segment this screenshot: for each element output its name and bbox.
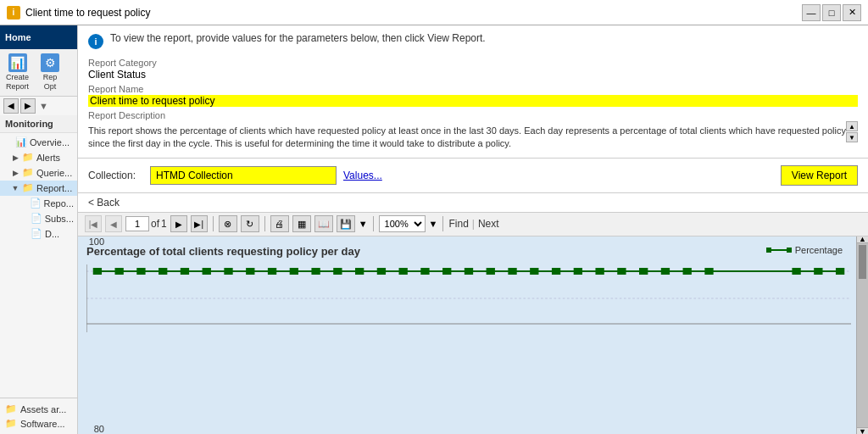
svg-rect-18 [399,268,408,275]
create-report-button[interactable]: 📊 CreateReport [2,51,33,94]
svg-rect-35 [836,268,844,275]
back-button[interactable]: < Back [88,197,120,209]
svg-rect-8 [181,268,189,275]
name-value: Client time to request policy [88,95,858,107]
page-current-input[interactable] [125,216,149,231]
create-report-label: CreateReport [6,73,29,92]
svg-rect-17 [377,268,386,275]
sidebar-sections: 📁 Assets ar... 📁 Software... [0,398,77,434]
close-button[interactable]: ✕ [843,4,861,21]
svg-rect-25 [552,268,560,275]
legend-label: Percentage [795,245,843,255]
tree-expand-overview [3,137,14,147]
svg-rect-28 [617,268,626,275]
scroll-up-btn[interactable]: ▲ [846,121,858,131]
monitoring-label: Monitoring [0,115,77,133]
tree-item-queries[interactable]: ▶ 📁 Querie... [0,165,77,181]
back-nav-button[interactable]: ◀ [3,98,19,114]
zoom-dropdown[interactable]: ▼ [429,219,438,229]
description-field: Report Description This report shows the… [88,110,858,151]
scroll-thumb[interactable] [859,245,866,279]
stop-button[interactable]: ⊗ [219,215,237,232]
svg-rect-9 [203,268,211,275]
zoom-select[interactable]: 100% 75% 50% 150% [379,215,426,232]
page-info: of 1 [125,216,167,231]
collection-input[interactable] [150,166,337,185]
description-label: Report Description [88,110,858,120]
values-link[interactable]: Values... [343,170,382,181]
sidebar: Home 📊 CreateReport ⚙ RepOpt ◀ ▶ ▼ Monit… [0,25,78,434]
category-field: Report Category Client Status [88,58,858,81]
next-page-button[interactable]: ▶ [170,215,187,232]
software-label: Software... [20,419,65,429]
d-label: D... [45,229,59,239]
print-button[interactable]: 🖨 [270,215,289,232]
first-page-button[interactable]: |◀ [85,215,102,232]
tree-item-reports[interactable]: ▼ 📁 Report... [0,181,77,196]
tree-item-overview[interactable]: 📊 Overvie... [0,135,77,150]
export-button[interactable]: 💾 [337,215,355,232]
nav-arrows: ◀ ▶ ▼ [0,97,77,115]
reports-icon: 📁 [22,182,34,194]
tree-expand-subs [19,214,29,224]
svg-rect-27 [595,268,604,275]
software-section-item[interactable]: 📁 Software... [5,416,72,431]
description-container: This report shows the percentage of clie… [88,121,858,151]
assets-section-item[interactable]: 📁 Assets ar... [5,402,72,416]
scroll-up-arrow[interactable]: ▲ [857,236,868,243]
svg-rect-32 [704,268,713,275]
subs-label: Subs... [45,214,74,224]
forward-nav-button[interactable]: ▶ [20,98,36,114]
report-toolbar: |◀ ◀ of 1 ▶ ▶| ⊗ ↻ 🖨 ▦ 📖 💾 ▼ [78,213,868,236]
app-window: i Client time to request policy — □ ✕ Ho… [0,0,868,434]
rep-opt-button[interactable]: ⚙ RepOpt [35,51,65,94]
tree-item-repo[interactable]: 📄 Repo... [0,196,77,211]
find-next-button[interactable]: Next [478,218,499,230]
rep-opt-icon: ⚙ [41,53,59,72]
prev-page-button[interactable]: ◀ [105,215,122,232]
toolbar-sep-1 [213,216,214,231]
rep-opt-label: RepOpt [43,73,58,92]
refresh-button[interactable]: ↻ [241,215,259,232]
tree-expand-reports: ▼ [10,183,20,193]
tree-items: 📊 Overvie... ▶ 📁 Alerts ▶ 📁 Querie... ▼ … [0,133,77,398]
tree-expand-d [19,229,29,239]
dialog-titlebar: i Client time to request policy — □ ✕ [0,0,868,25]
legend-line: Percentage [766,245,843,255]
svg-rect-4 [93,268,102,275]
overview-icon: 📊 [15,136,27,148]
tree-item-subs[interactable]: 📄 Subs... [0,211,77,226]
repo-label: Repo... [44,198,74,209]
d-icon: 📄 [31,228,42,240]
nav-button[interactable]: 📖 [314,215,333,232]
svg-rect-13 [290,268,298,275]
category-label: Report Category [88,58,858,68]
layout-button[interactable]: ▦ [292,215,311,232]
toolbar-sep-4 [442,216,443,231]
description-scroll: ▲ ▼ [846,121,858,142]
svg-rect-24 [530,268,538,275]
view-report-button[interactable]: View Report [781,165,858,186]
overview-label: Overvie... [30,137,70,147]
description-text: This report shows the percentage of clie… [88,125,858,151]
queries-label: Querie... [36,168,72,178]
nav-dropdown[interactable]: ▼ [39,101,48,111]
alerts-label: Alerts [36,153,60,163]
chart-with-axis: 100 80 [86,264,851,332]
sidebar-header-label: Home [5,32,31,42]
scroll-down-arrow[interactable]: ▼ [857,427,868,434]
minimize-button[interactable]: — [802,4,821,21]
svg-rect-12 [268,268,276,275]
y-80: 80 [94,424,104,434]
chart-svg [86,264,851,332]
queries-icon: 📁 [22,167,34,179]
collection-label: Collection: [88,170,143,181]
export-dropdown[interactable]: ▼ [359,219,368,229]
tree-item-d[interactable]: 📄 D... [0,226,77,242]
scroll-down-btn[interactable]: ▼ [846,132,858,142]
maximize-button[interactable]: □ [822,4,841,21]
vertical-scrollbar[interactable]: ▲ ▼ [856,236,868,434]
tree-item-alerts[interactable]: ▶ 📁 Alerts [0,150,77,165]
last-page-button[interactable]: ▶| [191,215,208,232]
svg-rect-23 [508,268,516,275]
